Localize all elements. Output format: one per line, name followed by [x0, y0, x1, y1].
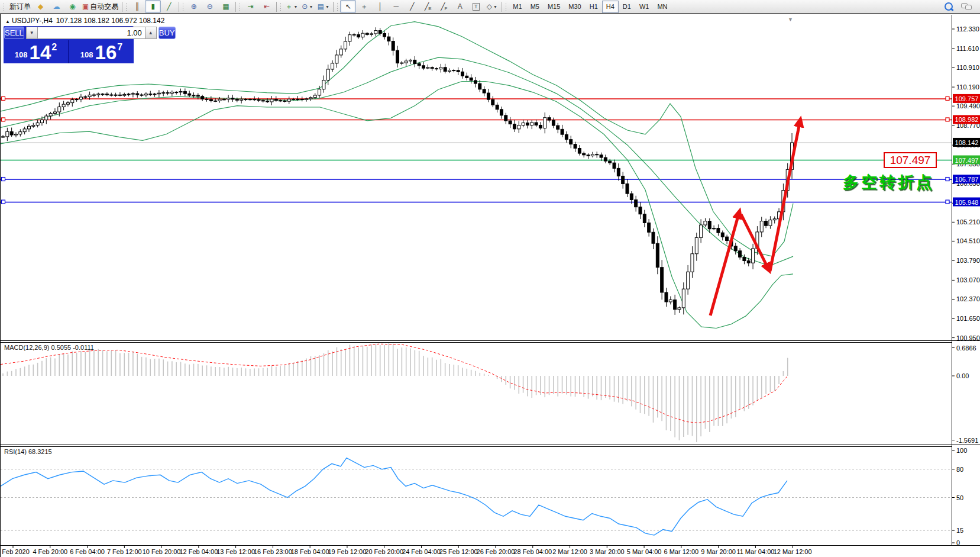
- fibonacci-button[interactable]: ╱F: [436, 0, 452, 13]
- line-handle[interactable]: [946, 96, 949, 100]
- horizontal-line-button[interactable]: ─: [388, 0, 404, 13]
- macd-indicator-label: MACD(12,26,9) 0.5055 -0.0111: [4, 344, 94, 351]
- autotrading-button[interactable]: ▣自动交易: [80, 0, 120, 13]
- tile-windows-button[interactable]: ▦: [218, 0, 234, 13]
- dropdown-caret-icon[interactable]: ▼: [309, 5, 313, 9]
- toolbar-separator: [235, 2, 236, 12]
- chart-title-symbol: USDJPY-,H4: [12, 17, 53, 25]
- line-handle[interactable]: [946, 178, 949, 181]
- dropdown-caret-icon[interactable]: ▼: [325, 5, 329, 9]
- volume-increase-button[interactable]: ▲: [145, 27, 157, 39]
- timeframe-m5-button[interactable]: M5: [526, 1, 544, 13]
- auto-scroll-icon: ⇥: [248, 3, 254, 10]
- svg-text:105.948: 105.948: [955, 199, 979, 206]
- svg-text:12 Feb 04:00: 12 Feb 04:00: [179, 548, 218, 555]
- text-button[interactable]: A: [452, 0, 468, 13]
- svg-text:5 Mar 04:00: 5 Mar 04:00: [627, 548, 662, 555]
- turning-point-note[interactable]: 多空转折点: [843, 172, 934, 193]
- auto-scroll-button[interactable]: ⇥: [242, 0, 258, 13]
- new-order-button[interactable]: 新订单: [7, 0, 33, 13]
- search-icon[interactable]: [945, 2, 953, 11]
- dropdown-caret-icon[interactable]: ▼: [493, 5, 497, 9]
- time-axis[interactable]: 3 Feb 20204 Feb 20:006 Feb 04:007 Feb 12…: [1, 546, 812, 555]
- collapse-triangle-icon[interactable]: ▲: [5, 19, 10, 24]
- macd-signal-line: [1, 344, 787, 423]
- line-handle[interactable]: [2, 96, 5, 100]
- cloud-button[interactable]: ☁: [48, 0, 64, 13]
- macd-histogram: [3, 342, 788, 442]
- shapes-icon: ◇: [487, 3, 492, 10]
- periods-button[interactable]: ⊙▼: [299, 0, 315, 13]
- volume-decrease-button[interactable]: ▼: [26, 27, 38, 39]
- svg-text:15: 15: [956, 527, 963, 534]
- shapes-button[interactable]: ◇▼: [484, 0, 500, 13]
- svg-text:3 Mar 20:00: 3 Mar 20:00: [590, 548, 625, 555]
- one-click-trading-panel: SELL ▼ ▲ BUY 108142 108167: [4, 26, 134, 63]
- crosshair-button[interactable]: ＋: [356, 0, 372, 13]
- chat-icon[interactable]: [961, 3, 972, 10]
- autotrading-button-label: 自动交易: [90, 2, 118, 12]
- price-badge-107.497: 107.497: [953, 156, 980, 165]
- dropdown-caret-icon[interactable]: ▼: [293, 5, 297, 9]
- line-handle[interactable]: [2, 200, 5, 204]
- timeframe-h4-button[interactable]: H4: [602, 1, 619, 13]
- crosshair-icon: ＋: [361, 3, 368, 10]
- svg-text:7 Feb 12:00: 7 Feb 12:00: [107, 548, 142, 555]
- timeframe-d1-button[interactable]: D1: [619, 1, 635, 13]
- trade-panel-controls: SELL ▼ ▲ BUY: [4, 26, 134, 40]
- scroll-position-marker[interactable]: ▼: [788, 17, 793, 22]
- zoom-out-button[interactable]: ⊖: [202, 0, 218, 13]
- tile-windows-icon: ▦: [222, 3, 229, 10]
- cloud-icon: ☁: [53, 3, 60, 10]
- line-handle[interactable]: [2, 178, 5, 181]
- signals-button[interactable]: ◉: [64, 0, 80, 13]
- timeframe-w1-button[interactable]: W1: [635, 1, 654, 13]
- price-badge-108.142: 108.142: [953, 138, 980, 147]
- price-callout-tag[interactable]: 107.497: [884, 152, 937, 168]
- trend-arrow-segment-1[interactable]: [710, 212, 739, 315]
- mt4-terminal: { "window": { "symbol_period": "USDJPY-,…: [0, 0, 980, 557]
- indicators-button[interactable]: ＋▼: [283, 0, 299, 13]
- line-chart-button[interactable]: ╱: [161, 0, 177, 13]
- volume-input[interactable]: [38, 27, 145, 39]
- line-handle[interactable]: [2, 118, 5, 121]
- chart-canvas[interactable]: 112.330111.610110.910110.190109.490108.7…: [1, 14, 980, 557]
- sell-price[interactable]: 108142: [4, 40, 68, 63]
- timeframe-m15-button[interactable]: M15: [544, 1, 564, 13]
- svg-text:18 Feb 04:00: 18 Feb 04:00: [291, 548, 329, 555]
- label-button[interactable]: T: [468, 0, 484, 13]
- buy-price[interactable]: 108167: [69, 40, 134, 63]
- line-chart-icon: ╱: [167, 3, 171, 10]
- buy-button[interactable]: BUY: [159, 27, 176, 39]
- trendline-button[interactable]: ╱: [404, 0, 420, 13]
- trend-zigzag-arrows[interactable]: [710, 120, 800, 315]
- bollinger-bands: [1, 22, 793, 329]
- timeframe-mn-button[interactable]: MN: [653, 1, 671, 13]
- timeframe-m1-button[interactable]: M1: [509, 1, 526, 13]
- horizontal-line-icon: ─: [394, 3, 399, 10]
- svg-text:103.790: 103.790: [956, 257, 980, 264]
- chart-tag-button[interactable]: ◆: [33, 0, 48, 13]
- toolbar-separator: [333, 2, 334, 12]
- zoom-in-button[interactable]: ⊕: [186, 0, 202, 13]
- timeframe-m30-button[interactable]: M30: [564, 1, 585, 13]
- templates-button[interactable]: ▤▼: [315, 0, 331, 13]
- svg-text:107.497: 107.497: [955, 157, 979, 164]
- sell-price-big: 14: [30, 44, 51, 62]
- timeframe-h1-button[interactable]: H1: [586, 1, 602, 13]
- sell-price-main: 108: [15, 50, 28, 59]
- line-handle[interactable]: [946, 118, 949, 121]
- autotrading-icon: ▣: [82, 3, 89, 10]
- line-handle[interactable]: [946, 200, 949, 204]
- price-axis[interactable]: 112.330111.610110.910110.190109.490108.7…: [2, 25, 980, 546]
- svg-text:110.190: 110.190: [956, 83, 979, 91]
- vertical-line-button[interactable]: │: [372, 0, 388, 13]
- bar-chart-button[interactable]: ║: [129, 0, 145, 13]
- horizontal-level-lines[interactable]: [1, 99, 952, 202]
- chart-shift-button[interactable]: ⇤: [258, 0, 274, 13]
- sell-button[interactable]: SELL: [4, 27, 24, 39]
- channel-button[interactable]: ╱E: [420, 0, 436, 13]
- candlestick-chart-button[interactable]: ▮: [145, 0, 161, 13]
- cursor-button[interactable]: ↖: [340, 0, 356, 13]
- price-badge-106.787: 106.787: [953, 175, 980, 183]
